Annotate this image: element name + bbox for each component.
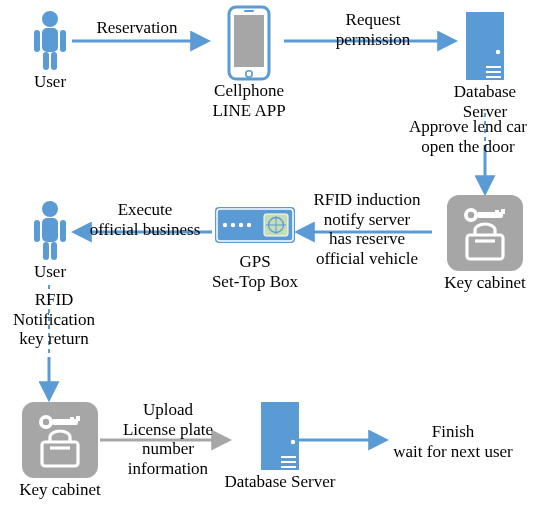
server-bot-caption: Database Server (220, 472, 340, 492)
edge-rfid-notify: RFID induction notify server has reserve… (300, 190, 434, 268)
cellphone-caption: Cellphone LINE APP (207, 81, 291, 120)
gps-settop-icon (214, 206, 296, 246)
svg-rect-45 (34, 220, 40, 242)
user-top-caption: User (18, 72, 82, 92)
svg-rect-47 (43, 242, 49, 260)
svg-rect-57 (261, 402, 299, 470)
node-gps: GPS Set-Top Box (200, 206, 310, 291)
svg-rect-20 (466, 12, 504, 80)
node-finish-caption: Finish wait for next user (372, 422, 534, 461)
key-cabinet-bot-caption: Key cabinet (10, 480, 110, 500)
node-user-mid: User (18, 200, 82, 282)
svg-rect-22 (486, 66, 501, 68)
svg-rect-59 (281, 456, 296, 458)
node-server-bot: Database Server (220, 400, 340, 492)
svg-rect-11 (42, 28, 58, 52)
node-cellphone: Cellphone LINE APP (207, 5, 291, 120)
cellphone-icon (227, 5, 271, 81)
user-icon (30, 200, 70, 262)
server-top-caption: Database Server (430, 82, 540, 121)
svg-rect-13 (60, 30, 66, 52)
svg-rect-60 (281, 461, 296, 463)
svg-point-58 (291, 440, 295, 444)
svg-point-27 (468, 212, 474, 218)
svg-point-18 (246, 71, 252, 77)
edge-request: Request permission (308, 10, 438, 49)
edge-execute: Execute official business (80, 200, 210, 239)
svg-rect-29 (495, 210, 499, 214)
svg-rect-30 (501, 209, 505, 214)
key-cabinet-icon (20, 400, 100, 480)
svg-point-10 (42, 11, 58, 27)
svg-rect-15 (51, 52, 57, 70)
svg-point-43 (42, 201, 58, 217)
svg-rect-19 (244, 10, 254, 12)
svg-rect-44 (42, 218, 58, 242)
node-user-top: User (18, 10, 82, 92)
node-key-cabinet-mid: Key cabinet (435, 193, 535, 293)
svg-rect-52 (52, 419, 78, 425)
svg-rect-14 (43, 52, 49, 70)
server-icon (464, 10, 506, 82)
svg-rect-54 (76, 416, 80, 421)
svg-rect-53 (70, 417, 74, 421)
gps-caption: GPS Set-Top Box (200, 252, 310, 291)
svg-rect-28 (477, 212, 503, 218)
user-mid-caption: User (18, 262, 82, 282)
svg-rect-24 (486, 76, 501, 78)
key-cabinet-icon (445, 193, 525, 273)
svg-rect-61 (281, 466, 296, 468)
svg-rect-17 (234, 15, 264, 67)
node-server-top: Database Server (430, 10, 540, 121)
svg-point-36 (231, 223, 235, 227)
node-key-cabinet-bot: Key cabinet (10, 400, 110, 500)
svg-rect-46 (60, 220, 66, 242)
edge-rfid-return: RFID Notification key return (4, 290, 104, 349)
svg-rect-23 (486, 71, 501, 73)
svg-point-38 (247, 223, 251, 227)
svg-point-37 (239, 223, 243, 227)
edge-upload: Upload License plate number information (113, 400, 223, 478)
svg-point-51 (43, 419, 49, 425)
svg-point-35 (223, 223, 227, 227)
server-icon (259, 400, 301, 472)
edge-approve: Approve lend car open the door (388, 117, 548, 156)
svg-point-21 (496, 50, 500, 54)
svg-rect-48 (51, 242, 57, 260)
user-icon (30, 10, 70, 72)
svg-rect-12 (34, 30, 40, 52)
edge-reservation: Reservation (84, 18, 190, 38)
key-cabinet-mid-caption: Key cabinet (435, 273, 535, 293)
